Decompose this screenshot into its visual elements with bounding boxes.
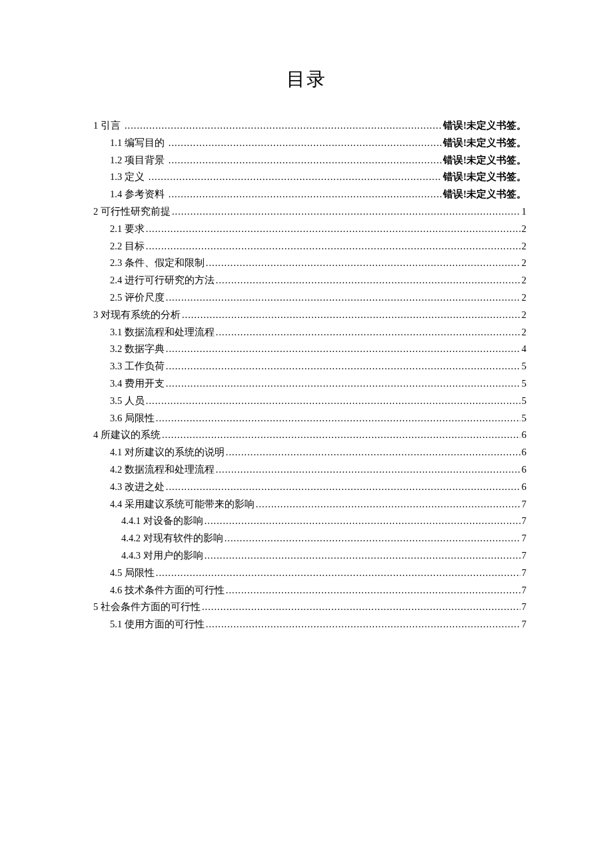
toc-entry: 4.2 数据流程和处理流程6: [87, 461, 526, 479]
document-page: 目录 1 引言错误!未定义书签。1.1 编写目的错误!未定义书签。1.2 项目背…: [0, 0, 613, 633]
toc-entry: 4.3 改进之处6: [87, 479, 526, 496]
toc-leader-dots: [125, 117, 442, 135]
toc-entry: 1.2 项目背景错误!未定义书签。: [87, 152, 526, 169]
toc-entry: 3.3 工作负荷5: [87, 358, 526, 375]
toc-leader-dots: [146, 221, 520, 238]
toc-leader-dots: [146, 238, 520, 255]
toc-leader-dots: [225, 530, 520, 547]
toc-page-number: 5: [522, 358, 526, 375]
toc-leader-dots: [202, 599, 520, 616]
toc-entry-label: 3 对现有系统的分析: [93, 307, 181, 324]
toc-page-number: 7: [522, 496, 526, 513]
toc-entry: 1.3 定义错误!未定义书签。: [87, 169, 526, 186]
toc-leader-dots: [226, 444, 520, 461]
toc-error-text: 错误!未定义书签。: [443, 117, 526, 135]
toc-entry-label: 4.4.1 对设备的影响: [121, 513, 203, 530]
toc-entry: 3 对现有系统的分析2: [87, 307, 526, 324]
toc-container: 1 引言错误!未定义书签。1.1 编写目的错误!未定义书签。1.2 项目背景错误…: [87, 117, 526, 633]
toc-entry-label: 3.4 费用开支: [110, 375, 165, 393]
toc-leader-dots: [166, 479, 520, 496]
toc-page-number: 2: [522, 324, 526, 341]
toc-leader-dots: [172, 203, 520, 221]
toc-error-text: 错误!未定义书签。: [443, 186, 526, 203]
toc-error-text: 错误!未定义书签。: [443, 169, 526, 186]
toc-page-number: 7: [522, 530, 526, 547]
toc-entry: 1.1 编写目的错误!未定义书签。: [87, 135, 526, 152]
toc-leader-dots: [166, 341, 520, 358]
toc-page-number: 6: [522, 461, 526, 479]
toc-leader-dots: [169, 186, 442, 203]
toc-error-text: 错误!未定义书签。: [443, 135, 526, 152]
toc-leader-dots: [162, 427, 520, 444]
toc-leader-dots: [216, 272, 520, 289]
toc-page-number: 7: [522, 547, 526, 565]
toc-entry-label: 4.4.2 对现有软件的影响: [121, 530, 223, 547]
toc-page-number: 7: [522, 616, 526, 633]
toc-leader-dots: [216, 461, 520, 479]
toc-leader-dots: [166, 289, 520, 307]
toc-entry-label: 1.4 参考资料: [110, 186, 165, 203]
toc-leader-dots: [226, 582, 520, 599]
toc-leader-dots: [256, 496, 520, 513]
toc-leader-dots: [206, 255, 520, 272]
toc-entry: 2.5 评价尺度2: [87, 289, 526, 307]
toc-page-number: 6: [522, 479, 526, 496]
toc-entry-label: 1 引言: [93, 117, 121, 135]
toc-title: 目录: [87, 67, 526, 92]
toc-entry-label: 5.1 使用方面的可行性: [110, 616, 205, 633]
toc-leader-dots: [146, 393, 520, 410]
toc-leader-dots: [166, 375, 520, 393]
toc-page-number: 6: [522, 444, 526, 461]
toc-page-number: 6: [522, 427, 526, 444]
toc-leader-dots: [182, 307, 520, 324]
toc-page-number: 5: [522, 410, 526, 427]
toc-entry: 4.4.3 对用户的影响7: [87, 547, 526, 565]
toc-entry: 3.5 人员5: [87, 393, 526, 410]
toc-entry: 1 引言错误!未定义书签。: [87, 117, 526, 135]
toc-entry: 3.4 费用开支5: [87, 375, 526, 393]
toc-leader-dots: [216, 324, 520, 341]
toc-entry: 4.4.2 对现有软件的影响7: [87, 530, 526, 547]
toc-entry-label: 2.5 评价尺度: [110, 289, 165, 307]
toc-leader-dots: [205, 547, 520, 565]
toc-leader-dots: [149, 169, 442, 186]
toc-entry-label: 4.5 局限性: [110, 565, 155, 582]
toc-entry: 4.1 对所建议的系统的说明6: [87, 444, 526, 461]
toc-entry: 5.1 使用方面的可行性7: [87, 616, 526, 633]
toc-page-number: 7: [522, 582, 526, 599]
toc-entry: 2.1 要求2: [87, 221, 526, 238]
toc-page-number: 4: [522, 341, 526, 358]
toc-entry-label: 4.4 采用建议系统可能带来的影响: [110, 496, 255, 513]
toc-entry-label: 4.1 对所建议的系统的说明: [110, 444, 225, 461]
toc-entry-label: 4.2 数据流程和处理流程: [110, 461, 215, 479]
toc-page-number: 2: [522, 238, 526, 255]
toc-page-number: 2: [522, 221, 526, 238]
toc-entry-label: 5 社会条件方面的可行性: [93, 599, 201, 616]
toc-entry: 2.4 进行可行研究的方法2: [87, 272, 526, 289]
toc-error-text: 错误!未定义书签。: [443, 152, 526, 169]
toc-entry-label: 3.1 数据流程和处理流程: [110, 324, 215, 341]
toc-entry-label: 4 所建议的系统: [93, 427, 161, 444]
toc-page-number: 2: [522, 272, 526, 289]
toc-entry: 4.4 采用建议系统可能带来的影响7: [87, 496, 526, 513]
toc-entry: 1.4 参考资料错误!未定义书签。: [87, 186, 526, 203]
toc-entry: 4.5 局限性7: [87, 565, 526, 582]
toc-entry: 2.3 条件、假定和限制2: [87, 255, 526, 272]
toc-entry-label: 2 可行性研究前提: [93, 203, 171, 221]
toc-entry: 5 社会条件方面的可行性7: [87, 599, 526, 616]
toc-entry: 4.6 技术条件方面的可行性7: [87, 582, 526, 599]
toc-leader-dots: [206, 616, 520, 633]
toc-entry: 2.2 目标2: [87, 238, 526, 255]
toc-page-number: 5: [522, 375, 526, 393]
toc-page-number: 7: [522, 565, 526, 582]
toc-leader-dots: [169, 152, 442, 169]
toc-entry: 2 可行性研究前提1: [87, 203, 526, 221]
toc-entry-label: 2.1 要求: [110, 221, 145, 238]
toc-leader-dots: [156, 565, 520, 582]
toc-entry-label: 3.6 局限性: [110, 410, 155, 427]
toc-page-number: 2: [522, 307, 526, 324]
toc-leader-dots: [205, 513, 520, 530]
toc-page-number: 2: [522, 255, 526, 272]
toc-entry-label: 3.2 数据字典: [110, 341, 165, 358]
toc-entry-label: 4.4.3 对用户的影响: [121, 547, 203, 565]
